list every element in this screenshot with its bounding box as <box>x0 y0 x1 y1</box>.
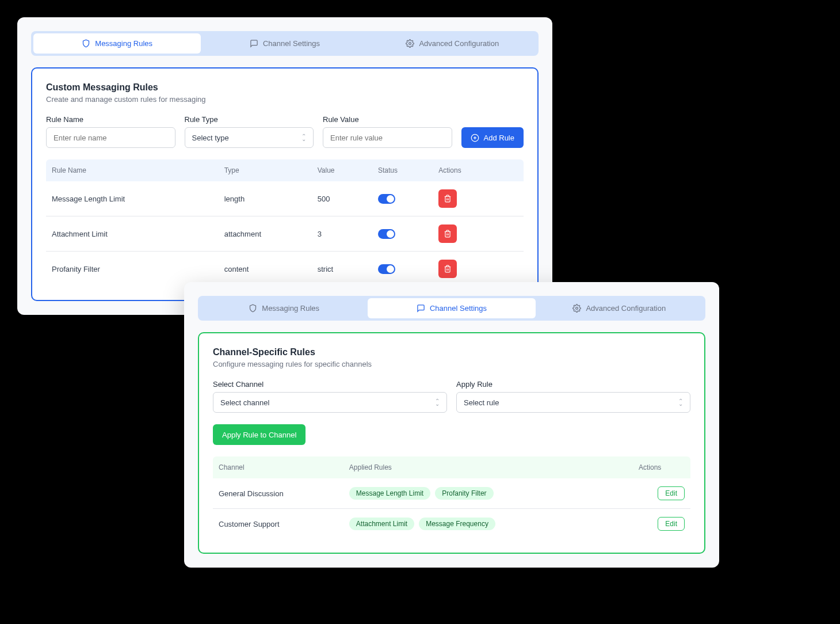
plus-circle-icon <box>471 134 479 142</box>
tab-bar: Messaging Rules Channel Settings Advance… <box>198 296 705 321</box>
tab-advanced-config[interactable]: Advanced Configuration <box>536 298 703 318</box>
trash-icon <box>444 265 452 273</box>
add-rule-wrap: Add Rule <box>461 115 524 148</box>
chevron-updown-icon: ⌃⌄ <box>435 399 440 405</box>
cell-status <box>378 264 438 274</box>
tab-channel-settings[interactable]: Channel Settings <box>368 298 535 318</box>
panel-subtitle: Configure messaging rules for specific c… <box>213 360 690 368</box>
th-status: Status <box>378 166 438 174</box>
cell-type: content <box>224 265 318 273</box>
table-row: Profanity Filter content strict <box>46 252 524 286</box>
edit-button[interactable]: Edit <box>658 517 685 531</box>
cell-name: Message Length Limit <box>52 195 224 203</box>
svg-point-10 <box>576 307 578 310</box>
th-rules: Applied Rules <box>349 463 639 471</box>
table-header: Channel Applied Rules Actions <box>213 456 690 478</box>
table-header: Rule Name Type Value Status Actions <box>46 159 524 181</box>
rule-value-input[interactable] <box>323 127 452 148</box>
tab-label: Channel Settings <box>263 39 320 48</box>
cell-rules: Message Length LimitProfanity Filter <box>349 487 639 500</box>
rule-type-label: Rule Type <box>185 115 314 124</box>
panel-title: Channel-Specific Rules <box>213 347 690 357</box>
apply-rule-to-channel-button[interactable]: Apply Rule to Channel <box>213 424 306 445</box>
tab-label: Messaging Rules <box>262 304 319 313</box>
cell-name: Attachment Limit <box>52 230 224 238</box>
channel-rules-panel: Channel-Specific Rules Configure messagi… <box>198 332 705 554</box>
panel-subtitle: Create and manage custom rules for messa… <box>46 95 524 104</box>
tab-advanced-config[interactable]: Advanced Configuration <box>369 33 536 54</box>
rule-type-select[interactable]: Select type ⌃⌄ <box>185 127 314 148</box>
apply-rule-field: Apply Rule Select rule ⌃⌄ <box>456 380 690 413</box>
tab-label: Channel Settings <box>430 304 487 313</box>
gear-icon <box>406 39 414 48</box>
rule-name-field: Rule Name <box>46 115 175 148</box>
cell-actions: Edit <box>639 517 685 531</box>
svg-point-0 <box>409 43 411 45</box>
rule-value-label: Rule Value <box>323 115 452 124</box>
delete-button[interactable] <box>438 225 457 243</box>
tab-messaging-rules[interactable]: Messaging Rules <box>200 298 368 318</box>
delete-button[interactable] <box>438 189 457 208</box>
chevron-updown-icon: ⌃⌄ <box>301 135 306 140</box>
add-rule-button[interactable]: Add Rule <box>461 127 524 148</box>
select-channel-field: Select Channel Select channel ⌃⌄ <box>213 380 447 413</box>
tab-label: Advanced Configuration <box>419 39 499 48</box>
cell-value: strict <box>318 265 378 273</box>
rule-name-label: Rule Name <box>46 115 175 124</box>
status-toggle[interactable] <box>378 229 395 239</box>
rule-type-field: Rule Type Select type ⌃⌄ <box>185 115 314 148</box>
channel-rules-table: Channel Applied Rules Actions General Di… <box>213 456 690 539</box>
cell-name: Profanity Filter <box>52 265 224 273</box>
table-row: Message Length Limit length 500 <box>46 181 524 216</box>
th-actions: Actions <box>438 166 518 174</box>
cell-status <box>378 194 438 204</box>
cell-value: 3 <box>318 230 378 238</box>
channel-form: Select Channel Select channel ⌃⌄ Apply R… <box>213 380 690 413</box>
select-channel-select[interactable]: Select channel ⌃⌄ <box>213 392 447 413</box>
table-row: General Discussion Message Length LimitP… <box>213 478 690 509</box>
th-type: Type <box>224 166 318 174</box>
tab-messaging-rules[interactable]: Messaging Rules <box>33 33 201 54</box>
cell-actions <box>438 225 518 243</box>
messaging-rules-card: Messaging Rules Channel Settings Advance… <box>17 17 552 315</box>
apply-rule-select[interactable]: Select rule ⌃⌄ <box>456 392 690 413</box>
rule-type-placeholder: Select type <box>192 134 229 142</box>
rule-chip: Message Length Limit <box>349 487 430 500</box>
shield-icon <box>249 304 257 313</box>
tab-bar: Messaging Rules Channel Settings Advance… <box>31 31 539 56</box>
status-toggle[interactable] <box>378 194 395 204</box>
add-rule-form: Rule Name Rule Type Select type ⌃⌄ Rule … <box>46 115 524 148</box>
apply-rule-label: Apply Rule <box>456 380 690 389</box>
table-row: Attachment Limit attachment 3 <box>46 216 524 252</box>
custom-rules-panel: Custom Messaging Rules Create and manage… <box>31 67 539 301</box>
edit-button[interactable]: Edit <box>658 486 685 500</box>
cell-actions <box>438 260 518 278</box>
cell-actions: Edit <box>639 486 685 500</box>
cell-type: length <box>224 195 318 203</box>
cell-actions <box>438 189 518 208</box>
table-row: Customer Support Attachment LimitMessage… <box>213 509 690 539</box>
channel-settings-card: Messaging Rules Channel Settings Advance… <box>184 282 719 568</box>
th-value: Value <box>318 166 378 174</box>
th-channel: Channel <box>219 463 349 471</box>
gear-icon <box>572 304 581 313</box>
rule-chip: Profanity Filter <box>435 487 493 500</box>
trash-icon <box>444 195 452 203</box>
message-icon <box>250 39 258 48</box>
th-actions: Actions <box>639 463 685 471</box>
add-rule-label: Add Rule <box>484 134 514 142</box>
panel-title: Custom Messaging Rules <box>46 82 524 93</box>
cell-channel: General Discussion <box>219 489 349 498</box>
rule-chip: Message Frequency <box>419 518 495 530</box>
delete-button[interactable] <box>438 260 457 278</box>
th-name: Rule Name <box>52 166 224 174</box>
tab-label: Advanced Configuration <box>586 304 666 313</box>
apply-rule-placeholder: Select rule <box>464 398 499 407</box>
cell-type: attachment <box>224 230 318 238</box>
cell-channel: Customer Support <box>219 520 349 528</box>
status-toggle[interactable] <box>378 264 395 274</box>
rule-name-input[interactable] <box>46 127 175 148</box>
chevron-updown-icon: ⌃⌄ <box>678 399 683 405</box>
tab-channel-settings[interactable]: Channel Settings <box>201 33 368 54</box>
shield-icon <box>82 39 90 48</box>
